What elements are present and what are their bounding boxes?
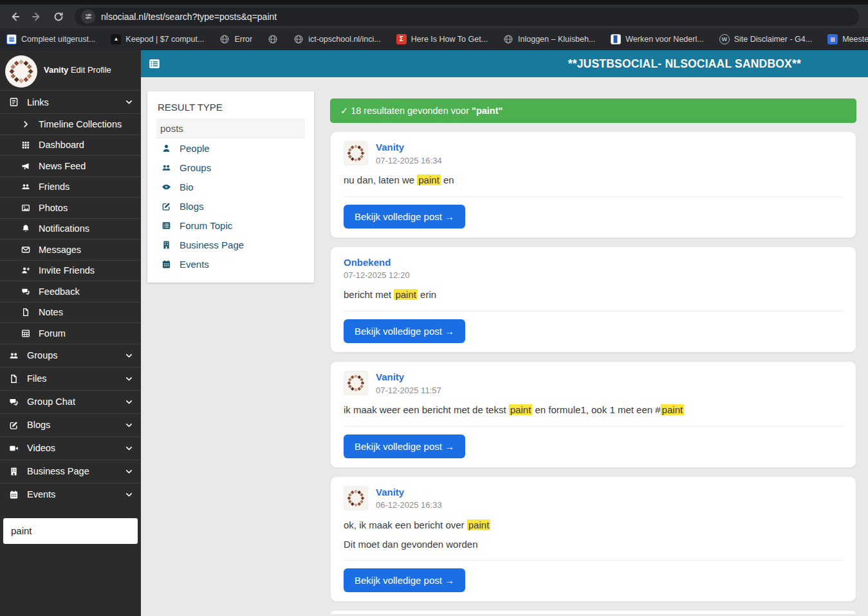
- app-header: **JUSTBSOCIAL- NLSOCIAAL SANDBOX**: [141, 50, 868, 77]
- sidebar-item-label: Notifications: [39, 223, 89, 234]
- grid-icon: [19, 140, 32, 149]
- result-type-posts[interactable]: posts: [156, 119, 305, 138]
- post-date: 07-12-2025 12:20: [344, 270, 410, 280]
- result-type-label: Forum Topic: [180, 220, 232, 231]
- bookmark-item[interactable]: [268, 34, 278, 44]
- post-divider: [344, 426, 843, 427]
- result-type-list: postsPeopleGroupsBioBlogsForum TopicBusi…: [156, 119, 305, 274]
- sidebar-item-business-page[interactable]: Business Page: [0, 460, 141, 483]
- sidebar-item-dashboard[interactable]: Dashboard: [0, 135, 141, 156]
- user-plus-icon: [19, 266, 32, 275]
- view-full-post-button[interactable]: Bekijk volledige post →: [344, 205, 465, 229]
- view-full-post-button[interactable]: Bekijk volledige post →: [344, 568, 465, 592]
- post-text: ik maak weer een bericht met de tekst pa…: [344, 403, 843, 417]
- avatar[interactable]: [344, 371, 368, 395]
- post-author-link[interactable]: Onbekend: [344, 256, 410, 269]
- highlight: paint: [467, 519, 491, 530]
- sidebar-item-invite-friends[interactable]: Invite Friends: [0, 260, 141, 281]
- sidebar-item-videos[interactable]: Videos: [0, 436, 141, 460]
- result-type-blogs[interactable]: Blogs: [156, 196, 305, 216]
- globe-icon: [268, 34, 278, 44]
- sidebar-item-groups[interactable]: Groups: [0, 344, 141, 367]
- profile-name-link[interactable]: Vanity: [44, 65, 68, 75]
- post-text: Dit moet dan gevonden worden: [344, 537, 843, 552]
- reload-button[interactable]: [49, 7, 68, 26]
- post-author-link[interactable]: Vanity: [376, 371, 441, 384]
- app: Vanity Edit Profile LinksTimeline Collec…: [0, 50, 868, 616]
- video-icon: [8, 443, 20, 453]
- result-type-business-page[interactable]: Business Page: [156, 235, 305, 254]
- calendar-icon: [160, 259, 172, 269]
- sidebar-nav: LinksTimeline CollectionsDashboardNews F…: [0, 90, 141, 506]
- profile-block: Vanity Edit Profile: [0, 50, 141, 90]
- bookmark-item[interactable]: ict-opschool.nl/inci...: [293, 34, 381, 44]
- avatar[interactable]: [5, 55, 37, 88]
- back-button[interactable]: [5, 7, 24, 26]
- chevron-down-icon: [125, 375, 133, 383]
- highlight: paint: [509, 404, 533, 415]
- screen: nlsociaal.nl/test/search?type=posts&q=pa…: [0, 0, 868, 616]
- post-meta: Vanity07-12-2025 16:34: [376, 141, 442, 165]
- sidebar-item-blogs[interactable]: Blogs: [0, 413, 141, 436]
- sidebar-item-news-feed[interactable]: News Feed: [0, 155, 141, 176]
- post-text: ok, ik maak een bericht over paint: [344, 518, 843, 532]
- avatar[interactable]: [344, 486, 368, 510]
- view-full-post-button[interactable]: Bekijk volledige post →: [344, 434, 465, 458]
- url-bar[interactable]: nlsociaal.nl/test/search?type=posts&q=pa…: [75, 8, 859, 26]
- result-type-groups[interactable]: Groups: [156, 158, 305, 177]
- users-icon: [19, 182, 32, 191]
- megaphone-icon: [19, 162, 32, 171]
- sidebar-item-messages[interactable]: Messages: [0, 239, 141, 260]
- users-icon: [160, 163, 172, 173]
- sidebar-item-events[interactable]: Events: [0, 483, 141, 506]
- bookmark-item[interactable]: ▊Werken voor Nederl...: [611, 34, 703, 44]
- site-settings-icon[interactable]: [81, 10, 95, 24]
- sidebar-item-timeline-collections[interactable]: Timeline Collections: [0, 113, 141, 135]
- sidebar: Vanity Edit Profile LinksTimeline Collec…: [0, 50, 141, 616]
- sidebar-item-group-chat[interactable]: Group Chat: [0, 390, 141, 413]
- sidebar-item-friends[interactable]: Friends: [0, 176, 141, 198]
- bookmark-item[interactable]: |||MeesterMichael.nl |...: [827, 34, 868, 44]
- bell-icon: [19, 224, 32, 233]
- chevron-down-icon: [125, 398, 133, 406]
- wordpress-icon: W: [719, 34, 730, 44]
- post-date: 07-12-2025 16:34: [376, 156, 442, 165]
- red-sigma-icon: Σ: [396, 34, 407, 44]
- post-divider: [344, 311, 843, 312]
- post-meta: Vanity06-12-2025 16:33: [376, 486, 442, 510]
- sidebar-item-label: Videos: [27, 443, 55, 453]
- bookmark-item[interactable]: Error: [219, 34, 252, 44]
- edit-profile-link[interactable]: Edit Profile: [71, 65, 111, 75]
- result-type-people[interactable]: People: [156, 138, 305, 158]
- users-icon: [8, 351, 20, 360]
- sidebar-item-label: News Feed: [39, 161, 86, 171]
- post-meta: Vanity07-12-2025 11:57: [376, 371, 441, 395]
- forward-button[interactable]: [27, 7, 46, 26]
- bookmark-item[interactable]: ΣHere Is How To Get...: [396, 34, 488, 44]
- chevron-down-icon: [125, 421, 133, 429]
- sidebar-item-forum[interactable]: Forum: [0, 322, 141, 344]
- avatar[interactable]: [344, 141, 368, 165]
- sidebar-item-feedback[interactable]: Feedback: [0, 281, 141, 302]
- chevron-down-icon: [125, 490, 133, 499]
- bookmark-item[interactable]: ▲Keepod | $7 comput...: [111, 34, 204, 44]
- post-author-link[interactable]: Vanity: [376, 141, 442, 154]
- search-input[interactable]: [3, 518, 138, 544]
- list-alt-icon: [160, 221, 172, 230]
- sidebar-item-notifications[interactable]: Notifications: [0, 218, 141, 239]
- post-author-link[interactable]: Vanity: [376, 486, 442, 499]
- view-full-post-button[interactable]: Bekijk volledige post →: [344, 319, 465, 343]
- sidebar-item-notes[interactable]: Notes: [0, 302, 141, 323]
- sidebar-item-links[interactable]: Links: [0, 90, 141, 113]
- bookmark-item[interactable]: ▦Compleet uitgerust...: [6, 34, 95, 44]
- sidebar-item-files[interactable]: Files: [0, 367, 141, 390]
- bookmark-item[interactable]: Inloggen – Kluisbeh...: [503, 34, 595, 44]
- menu-icon[interactable]: [148, 57, 161, 70]
- sidebar-item-photos[interactable]: Photos: [0, 197, 141, 218]
- result-type-events[interactable]: Events: [156, 254, 305, 274]
- building-icon: [160, 240, 172, 250]
- result-type-bio[interactable]: Bio: [156, 177, 305, 196]
- highlight: paint: [661, 404, 685, 415]
- result-type-forum-topic[interactable]: Forum Topic: [156, 216, 305, 235]
- bookmark-item[interactable]: WSite Disclaimer - G4...: [719, 34, 813, 44]
